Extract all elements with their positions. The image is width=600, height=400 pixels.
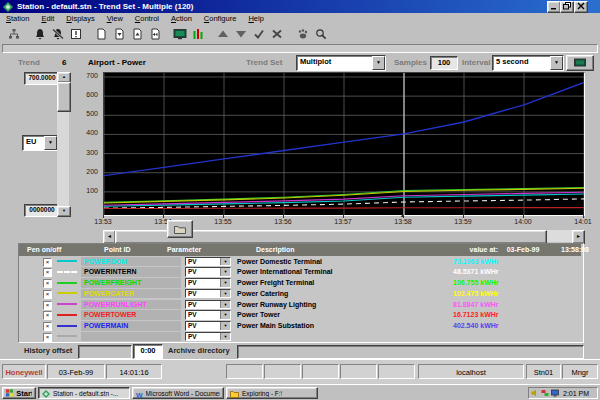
point-value: 16.7123 kWHr <box>453 311 553 318</box>
pen-checkbox[interactable]: × <box>43 258 52 267</box>
chevron-down-icon[interactable]: ▼ <box>220 311 230 319</box>
parameter-select[interactable]: PV▼ <box>185 321 231 331</box>
pen-checkbox[interactable]: × <box>43 333 52 342</box>
point-description: Power Domestic Terminal <box>237 258 322 265</box>
toolbar-trend-bars-button[interactable] <box>189 26 207 42</box>
menu-item-help[interactable]: Help <box>242 13 269 24</box>
toolbar-alarm-summary-button[interactable] <box>67 26 85 42</box>
menu-item-displays[interactable]: Displays <box>60 13 100 24</box>
chevron-down-icon[interactable]: ▼ <box>220 322 230 330</box>
pen-checkbox[interactable]: × <box>43 301 52 310</box>
start-button[interactable]: Start <box>2 387 36 399</box>
volume-icon[interactable] <box>531 389 539 397</box>
point-description: Power Main Substation <box>237 322 314 329</box>
lower-icon <box>235 28 247 40</box>
toolbar-detail-display-button[interactable] <box>171 26 189 42</box>
pen-checkbox[interactable]: × <box>43 311 52 320</box>
scroll-right-icon[interactable]: ► <box>572 230 585 244</box>
pen-checkbox[interactable]: × <box>43 279 52 288</box>
unit-select[interactable]: EU ▼ <box>22 135 58 151</box>
toolbar-command-button[interactable] <box>294 26 312 42</box>
close-button[interactable] <box>574 1 588 13</box>
toolbar-raise-button[interactable] <box>214 26 232 42</box>
menu-item-edit[interactable]: Edit <box>35 13 60 24</box>
range-max-input[interactable]: 700.0000 <box>24 72 60 85</box>
pen-checkbox[interactable]: × <box>43 268 52 277</box>
table-row: ×POWERMAINPV▼Power Main Substation402.54… <box>19 321 581 332</box>
taskbar-task-3[interactable]: Exploring - F:\ <box>226 387 318 399</box>
chevron-down-icon[interactable]: ▼ <box>550 56 563 70</box>
history-offset-time[interactable]: 0:00 <box>133 344 163 359</box>
windows-logo-icon <box>6 389 13 397</box>
table-row: ×POWERFREIGHTPV▼Power Freight Terminal10… <box>19 278 581 289</box>
minimize-button[interactable] <box>547 1 561 13</box>
toolbar-station-tree-button[interactable] <box>5 26 23 42</box>
pen-checkbox[interactable]: × <box>43 290 52 299</box>
point-id-field[interactable]: POWERINTERN <box>81 267 181 277</box>
history-folder-button[interactable] <box>167 220 193 238</box>
status-date: 03-Feb-99 <box>47 364 105 379</box>
chevron-down-icon[interactable]: ▼ <box>220 290 230 298</box>
menu-item-action[interactable]: Action <box>165 13 198 24</box>
clear-icon <box>271 28 283 40</box>
toolbar-divider <box>2 44 598 53</box>
chevron-down-icon[interactable]: ▼ <box>372 56 385 70</box>
network-icon[interactable] <box>541 389 549 397</box>
chevron-down-icon[interactable]: ▼ <box>220 279 230 287</box>
parameter-select[interactable]: PV▼ <box>185 310 231 320</box>
toolbar-acknowledge-button[interactable] <box>250 26 268 42</box>
raise-icon <box>217 28 229 40</box>
parameter-select[interactable]: PV▼ <box>185 278 231 288</box>
samples-input[interactable]: 100 <box>430 56 458 70</box>
chevron-down-icon[interactable]: ▼ <box>220 333 230 341</box>
scroll-down-icon[interactable]: ▼ <box>57 206 71 217</box>
toolbar-page-button[interactable] <box>92 26 110 42</box>
chevron-down-icon[interactable]: ▼ <box>44 136 57 150</box>
point-id-field[interactable]: POWERCATER <box>81 289 181 299</box>
trend-set-select[interactable]: Multiplot ▼ <box>296 55 386 71</box>
parameter-select[interactable]: PV▼ <box>185 267 231 277</box>
parameter-select[interactable]: PV▼ <box>185 289 231 299</box>
point-id-field[interactable]: POWERMAIN <box>81 321 181 331</box>
toolbar-page-down-button[interactable] <box>110 26 128 42</box>
parameter-select[interactable]: PV▼ <box>185 300 231 310</box>
toolbar-alarm-disable-button[interactable] <box>49 26 67 42</box>
menu-item-view[interactable]: View <box>101 13 129 24</box>
point-id-field[interactable]: POWERRUNLIGHT <box>81 300 181 310</box>
chevron-down-icon[interactable]: ▼ <box>220 258 230 266</box>
point-id-field[interactable]: POWERDOM <box>81 257 181 267</box>
toolbar-zoom-button[interactable] <box>312 26 330 42</box>
restore-button[interactable] <box>560 1 574 13</box>
toolbar-lower-button[interactable] <box>232 26 250 42</box>
history-offset-field[interactable] <box>78 345 132 359</box>
chevron-down-icon[interactable]: ▼ <box>220 268 230 276</box>
display-icon[interactable] <box>551 389 559 397</box>
point-value: 102.475 kWHr <box>453 290 553 297</box>
taskbar-task-1[interactable]: Station - default.stn -... <box>38 387 130 399</box>
parameter-select[interactable]: PV▼ <box>185 332 231 342</box>
toolbar-alarm-bell-button[interactable] <box>31 26 49 42</box>
menu-item-configure[interactable]: Configure <box>198 13 243 24</box>
point-id-field[interactable]: POWERFREIGHT <box>81 278 181 288</box>
cursor-marker-icon[interactable]: ▲ <box>400 212 405 218</box>
chevron-down-icon[interactable]: ▼ <box>220 301 230 309</box>
taskbar-task-2[interactable]: WMicrosoft Word - Document5 <box>132 387 224 399</box>
toolbar-clear-button[interactable] <box>268 26 286 42</box>
interval-select[interactable]: 5 second ▼ <box>492 55 564 71</box>
trend-display-button[interactable] <box>566 55 594 71</box>
vertical-scroll-thumb[interactable] <box>57 82 71 112</box>
point-id-field[interactable] <box>81 332 181 342</box>
title-bar: Station - default.stn - Trend Set - Mult… <box>0 0 600 13</box>
pen-checkbox[interactable]: × <box>43 322 52 331</box>
point-value: 402.540 kWHr <box>453 322 553 329</box>
archive-directory-field[interactable] <box>237 345 584 359</box>
menu-item-station[interactable]: Station <box>0 13 35 24</box>
range-min-input[interactable]: 0000000 <box>24 204 60 217</box>
trend-plot[interactable] <box>103 72 585 216</box>
vertical-scrollbar[interactable]: ▲ ▼ <box>57 72 69 215</box>
toolbar-associated-display-button[interactable] <box>146 26 164 42</box>
point-id-field[interactable]: POWERTOWER <box>81 310 181 320</box>
menu-item-control[interactable]: Control <box>129 13 165 24</box>
toolbar-page-up-button[interactable] <box>128 26 146 42</box>
parameter-select[interactable]: PV▼ <box>185 257 231 267</box>
